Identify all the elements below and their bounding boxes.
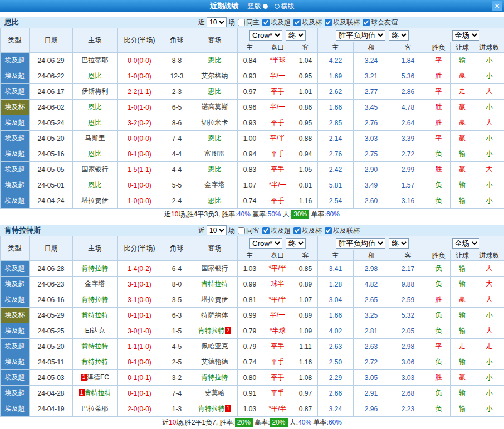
goals-cell: 小 [474, 354, 504, 370]
euro-home-odds: 1.66 [318, 308, 354, 323]
filter-checkbox-item[interactable]: 同客 [238, 226, 260, 235]
team-label: 恩比 [89, 119, 102, 126]
euro-home-odds: 3.41 [318, 261, 354, 277]
team-label: 巴拉蒂耶 [82, 405, 109, 412]
col-corner: 角球 [162, 236, 192, 261]
team-label: 史莫哈 [205, 389, 225, 397]
score-cell: 3-1(0-0) [118, 292, 162, 308]
score-cell: 2-0(0-0) [118, 401, 162, 417]
filter-checkbox-item[interactable]: 埃及杯 [293, 226, 322, 235]
match-row: 埃及超24-06-16肯特拉特3-1(0-0)3-5塔拉贾伊0.81*平/半1.… [1, 292, 504, 308]
score-cell: 0-1(0-0) [118, 177, 162, 193]
match-row: 埃及超24-04-19巴拉蒂耶2-0(0-0)1-3肯特拉特11.03*平/半0… [1, 401, 504, 417]
filter-checkbox[interactable] [325, 19, 332, 26]
radio-portrait[interactable]: 竖版 [248, 2, 268, 11]
scope-select[interactable]: 全场 [452, 30, 479, 41]
result-cell: 平 [427, 339, 451, 354]
team-label: 恩比 [208, 196, 222, 204]
league-cell: 埃及超 [1, 323, 30, 339]
home-team-cell: 塔拉贾伊 [73, 193, 118, 209]
match-row: 埃及超24-05-25EI达克3-0(1-0)1-5肯特拉特20.79*半球1.… [1, 323, 504, 339]
odds-time-select[interactable]: 终 [286, 30, 306, 41]
match-row: 埃及超24-06-28肯特拉特1-4(0-2)6-4国家银行1.03*平/半0.… [1, 261, 504, 277]
goals-cell: 小 [474, 131, 504, 146]
col-away: 客场 [192, 28, 238, 53]
matches-table: 类型 日期 主场 比分(半场) 角球 客场 Crow* 终 胜平负均值 终 [0, 28, 504, 209]
score-cell: 1-4(0-2) [118, 261, 162, 277]
home-team-cell: 巴拉蒂耶 [73, 53, 118, 68]
away-team-cell: 诺高莫斯 [192, 100, 238, 115]
filter-checkbox[interactable] [238, 19, 245, 26]
col-euro-home: 主 [318, 42, 354, 53]
league-cell: 埃及超 [1, 115, 30, 131]
team-label: 切拉米卡 [202, 119, 228, 126]
away-team-cell: 恩比 [192, 162, 238, 177]
match-row: 埃及超24-05-24恩比3-2(0-2)8-6切拉米卡0.93平手0.952.… [1, 115, 504, 131]
euro-home-odds: 2.29 [318, 370, 354, 386]
filter-checkbox-item[interactable]: 埃及超 [262, 18, 291, 27]
filter-checkbox-item[interactable]: 埃及超 [262, 226, 291, 235]
filter-checkbox[interactable] [293, 19, 301, 26]
cover-cell: 赢 [451, 162, 474, 177]
league-cell: 埃及超 [1, 386, 30, 401]
goals-cell: 走 [474, 339, 504, 354]
filter-checkbox-item[interactable]: 球会友谊 [363, 18, 398, 27]
filter-checkbox[interactable] [363, 19, 370, 26]
euro-draw-odds: 2.75 [354, 146, 389, 162]
europe-odds-header: 胜平负均值 终 [318, 28, 427, 42]
scope-select[interactable]: 全场 [452, 238, 479, 249]
bookmaker-select[interactable]: Crow* [249, 30, 282, 41]
filter-checkbox[interactable] [238, 227, 245, 234]
games-count-select[interactable]: 10 [207, 225, 227, 235]
filter-label: 球会友谊 [371, 18, 398, 27]
goals-cell: 大 [474, 84, 504, 100]
summary-part: 30% [291, 210, 309, 219]
euro-away-odds: 1.57 [389, 177, 427, 193]
filter-label: 埃及联杯 [333, 18, 360, 27]
col-goals: 进球数 [474, 250, 504, 261]
filter-checkbox-item[interactable]: 埃及联杯 [325, 226, 360, 235]
result-cell: 胜 [427, 370, 451, 386]
europe-odds-select[interactable]: 胜平负均值 [336, 30, 385, 41]
handicap-cell: *半球 [262, 53, 293, 68]
filter-checkbox[interactable] [293, 227, 301, 234]
filter-checkbox[interactable] [325, 227, 332, 234]
corner-cell: 1-5 [162, 323, 192, 339]
bookmaker-select[interactable]: Crow* [249, 238, 282, 249]
filter-checkbox-item[interactable]: 同主 [238, 18, 260, 27]
league-cell: 埃及超 [1, 292, 30, 308]
away-team-cell: 艾尔格纳 [192, 68, 238, 84]
close-icon[interactable]: ✕ [492, 1, 502, 11]
cover-cell: 输 [451, 193, 474, 209]
asian-home-odds: 0.81 [238, 292, 262, 308]
col-date: 日期 [30, 236, 73, 261]
corner-cell: 3-2 [162, 370, 192, 386]
team-label: 诺高莫斯 [202, 103, 228, 111]
date-cell: 24-06-02 [30, 100, 73, 115]
col-score: 比分(半场) [118, 236, 162, 261]
handicap-cell: 平手 [262, 115, 293, 131]
europe-time-select[interactable]: 终 [389, 238, 409, 249]
score-cell: 3-2(0-2) [118, 115, 162, 131]
games-count-select[interactable]: 10 [207, 17, 227, 27]
cover-cell: 输 [451, 386, 474, 401]
league-cell: 埃及超 [1, 193, 30, 209]
corner-cell: 12-3 [162, 68, 192, 84]
result-cell: 负 [427, 308, 451, 323]
asian-home-odds: 0.74 [238, 193, 262, 209]
odds-time-select[interactable]: 终 [286, 238, 306, 249]
rank-badge: 1 [79, 389, 85, 396]
away-team-cell: 特萨纳体 [192, 308, 238, 323]
col-corner: 角球 [162, 28, 192, 53]
date-cell: 24-04-28 [30, 386, 73, 401]
handicap-cell: *半球 [262, 323, 293, 339]
radio-landscape[interactable]: 横版 [275, 2, 295, 11]
filter-checkbox-item[interactable]: 埃及联杯 [325, 18, 360, 27]
euro-away-odds: 2.59 [389, 292, 427, 308]
europe-odds-select[interactable]: 胜平负均值 [336, 238, 385, 249]
filter-checkbox[interactable] [262, 19, 270, 26]
europe-time-select[interactable]: 终 [389, 30, 409, 41]
filter-checkbox-item[interactable]: 埃及杯 [293, 18, 322, 27]
score-cell: 0-1(0-0) [118, 354, 162, 370]
filter-checkbox[interactable] [262, 227, 270, 234]
